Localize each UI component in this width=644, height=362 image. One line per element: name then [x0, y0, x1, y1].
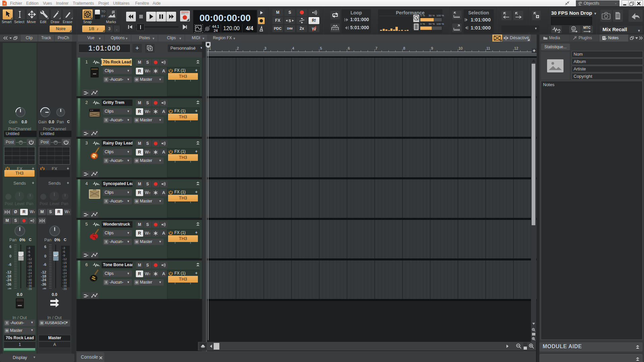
svg-text:S: S: [288, 19, 291, 23]
